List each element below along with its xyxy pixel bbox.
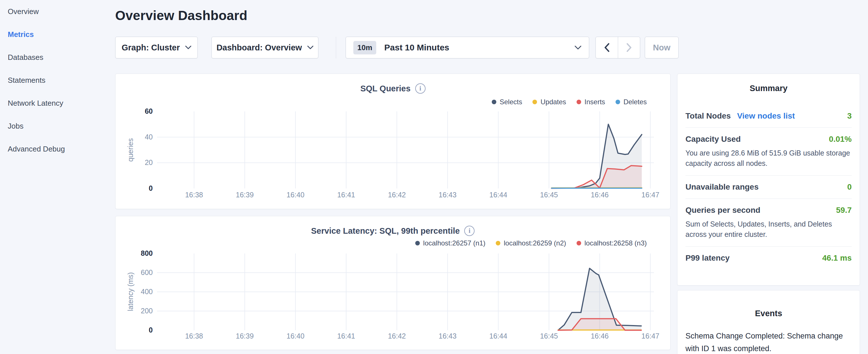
- summary-row-value: 59.7: [836, 206, 852, 215]
- sidebar-item-advanced-debug[interactable]: Advanced Debug: [0, 137, 115, 160]
- summary-row: Unavailable ranges0: [685, 175, 852, 198]
- dashboard-dropdown[interactable]: Dashboard: Overview: [212, 37, 318, 58]
- summary-row-label: P99 latency: [685, 254, 730, 263]
- graph-scope-dropdown[interactable]: Graph: Cluster: [115, 37, 198, 58]
- x-tick-label: 16:43: [428, 191, 468, 199]
- sidebar-item-databases[interactable]: Databases: [0, 46, 115, 69]
- summary-row: Capacity Used0.01%You are using 28.6 MiB…: [685, 127, 852, 175]
- summary-title: Summary: [685, 84, 852, 93]
- next-window-button[interactable]: [618, 37, 640, 58]
- x-tick-label: 16:42: [377, 332, 417, 340]
- x-tick-label: 16:41: [326, 332, 366, 340]
- y-tick-label: 60: [121, 107, 153, 116]
- x-tick-label: 16:40: [275, 332, 315, 340]
- summary-row: P99 latency46.1 ms: [685, 246, 852, 269]
- sidebar-nav: OverviewMetricsDatabasesStatementsNetwor…: [0, 0, 115, 354]
- time-window-badge: 10m: [353, 41, 376, 55]
- x-tick-label: 16:45: [529, 191, 569, 199]
- now-button[interactable]: Now: [645, 37, 679, 58]
- chevron-down-icon: [307, 45, 313, 50]
- graph-scope-label: Graph: Cluster: [122, 43, 180, 53]
- service-latency-chart-panel: Service Latency: SQL, 99th percentile i …: [115, 216, 671, 350]
- dashboard-dropdown-label: Dashboard: Overview: [216, 43, 302, 53]
- x-tick-label: 16:44: [478, 332, 518, 340]
- y-tick-label: 800: [121, 249, 153, 257]
- time-window-selector[interactable]: 10m Past 10 Minutes: [346, 37, 589, 58]
- summary-row-value: 0: [847, 183, 852, 192]
- sidebar-item-network-latency[interactable]: Network Latency: [0, 92, 115, 115]
- events-title: Events: [685, 309, 852, 318]
- y-tick-label: 40: [121, 133, 153, 141]
- chevron-down-icon: [575, 45, 582, 50]
- summary-panel: Summary Total NodesView nodes list3Capac…: [677, 74, 860, 286]
- y-tick-label: 200: [121, 307, 153, 315]
- event-list-item[interactable]: Schema Change Completed: Schema change w…: [685, 330, 852, 354]
- summary-row-label: Capacity Used: [685, 135, 741, 144]
- summary-row: Queries per second59.7Sum of Selects, Up…: [685, 198, 852, 246]
- summary-row-label: Total Nodes: [685, 111, 731, 121]
- x-tick-label: 16:39: [225, 332, 265, 340]
- x-tick-label: 16:39: [225, 191, 265, 199]
- time-window-label: Past 10 Minutes: [384, 43, 449, 53]
- x-tick-label: 16:46: [580, 191, 620, 199]
- y-axis-label: latency (ms): [126, 269, 135, 315]
- sidebar-item-jobs[interactable]: Jobs: [0, 115, 115, 137]
- x-tick-label: 16:41: [326, 191, 366, 199]
- summary-row-description: You are using 28.6 MiB of 515.9 GiB usab…: [685, 148, 852, 168]
- time-window-arrows: [595, 37, 640, 58]
- chart-canvas: [116, 216, 671, 350]
- sidebar-item-metrics[interactable]: Metrics: [0, 23, 115, 46]
- summary-row-label: Unavailable ranges: [685, 183, 758, 192]
- y-tick-label: 600: [121, 268, 153, 277]
- x-tick-label: 16:38: [174, 191, 214, 199]
- chart-plot[interactable]: 16:3816:3916:4016:4116:4216:4316:4416:45…: [116, 74, 670, 209]
- x-tick-label: 16:45: [529, 332, 569, 340]
- chevron-left-icon: [604, 43, 610, 52]
- event-message: Schema Change Completed: Schema change w…: [685, 330, 852, 354]
- summary-row-value: 3: [847, 111, 852, 121]
- view-nodes-list-link[interactable]: View nodes list: [737, 111, 795, 121]
- chart-canvas: [116, 74, 671, 210]
- y-tick-label: 400: [121, 288, 153, 296]
- y-tick-label: 0: [121, 184, 153, 192]
- sidebar-item-statements[interactable]: Statements: [0, 69, 115, 92]
- summary-row-value: 0.01%: [829, 135, 852, 144]
- x-tick-label: 16:43: [428, 332, 468, 340]
- x-tick-label: 16:46: [580, 332, 620, 340]
- page-title: Overview Dashboard: [115, 8, 247, 23]
- summary-row: Total NodesView nodes list3: [685, 104, 852, 127]
- y-axis-label: queries: [126, 127, 135, 173]
- summary-row-value: 46.1 ms: [822, 254, 852, 263]
- y-tick-label: 0: [121, 326, 153, 334]
- chevron-down-icon: [185, 45, 191, 50]
- x-tick-label: 16:47: [630, 191, 671, 199]
- y-tick-label: 20: [121, 158, 153, 167]
- x-tick-label: 16:47: [630, 332, 671, 340]
- summary-row-description: Sum of Selects, Updates, Inserts, and De…: [685, 219, 852, 239]
- sidebar-item-overview[interactable]: Overview: [0, 0, 115, 23]
- x-tick-label: 16:42: [377, 191, 417, 199]
- x-tick-label: 16:38: [174, 332, 214, 340]
- events-panel: Events Schema Change Completed: Schema c…: [677, 290, 860, 354]
- previous-window-button[interactable]: [596, 37, 618, 58]
- summary-row-label: Queries per second: [685, 206, 760, 215]
- summary-rows: Total NodesView nodes list3Capacity Used…: [685, 104, 852, 269]
- sql-queries-chart-panel: SQL Queries i SelectsUpdatesInsertsDelet…: [115, 74, 671, 209]
- chevron-right-icon: [626, 43, 632, 52]
- chart-plot[interactable]: 16:3816:3916:4016:4116:4216:4316:4416:45…: [116, 216, 670, 350]
- x-tick-label: 16:44: [478, 191, 518, 199]
- toolbar-divider: [336, 37, 336, 58]
- x-tick-label: 16:40: [275, 191, 315, 199]
